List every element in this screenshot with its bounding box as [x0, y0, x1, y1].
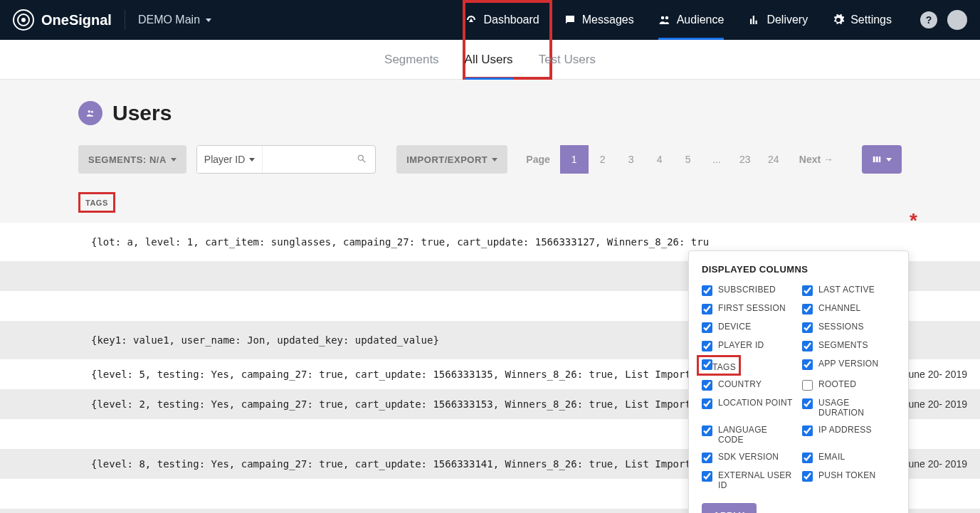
column-checkbox[interactable] — [702, 359, 712, 370]
column-option-external-user-id[interactable]: EXTERNAL USER ID — [702, 470, 795, 490]
search-type-select[interactable]: Player ID — [197, 146, 263, 173]
row-tags: {level: 8, testing: Yes, campaing_27: tr… — [6, 458, 709, 470]
column-option-email[interactable]: EMAIL — [802, 452, 895, 463]
page-5[interactable]: 5 — [674, 145, 702, 174]
column-checkbox[interactable] — [702, 380, 712, 391]
column-option-player-id[interactable]: PLAYER ID — [702, 340, 795, 351]
users-badge-icon — [78, 101, 102, 125]
column-option-device[interactable]: DEVICE — [702, 322, 795, 333]
subnav-all-users[interactable]: All Users — [465, 40, 513, 80]
row-prefix: il — [0, 236, 6, 248]
columns-icon — [872, 154, 882, 164]
column-checkbox[interactable] — [802, 359, 813, 370]
nav-settings[interactable]: Settings — [832, 0, 892, 40]
import-export-button[interactable]: IMPORT/EXPORT — [396, 145, 507, 174]
column-checkbox[interactable] — [702, 341, 712, 351]
column-option-tags[interactable]: TAGS — [702, 359, 795, 372]
nav-messages[interactable]: Messages — [564, 0, 634, 40]
column-option-label: SESSIONS — [818, 322, 864, 332]
page-4[interactable]: 4 — [646, 145, 674, 174]
row-tags: {lot: a, level: 1, cart_item: sunglasses… — [6, 236, 709, 248]
column-option-label: EMAIL — [818, 452, 845, 462]
column-option-label: COUNTRY — [718, 379, 762, 389]
avatar[interactable] — [947, 10, 967, 30]
column-checkbox[interactable] — [802, 398, 813, 409]
column-checkbox[interactable] — [702, 285, 712, 296]
nav-delivery[interactable]: Delivery — [748, 0, 808, 40]
app-selector[interactable]: DEMO Main — [138, 14, 211, 26]
column-checkbox[interactable] — [702, 304, 712, 314]
column-option-location-point[interactable]: LOCATION POINT — [702, 398, 795, 418]
annotation-box-tags-option: TAGS — [697, 355, 741, 376]
column-checkbox[interactable] — [802, 380, 813, 391]
column-option-usage-duration[interactable]: USAGE DURATION — [802, 398, 895, 418]
column-option-first-session[interactable]: FIRST SESSION — [702, 303, 795, 314]
pagination: Page 12345...2324 Next → — [517, 145, 843, 174]
import-export-label: IMPORT/EXPORT — [406, 154, 488, 165]
svg-point-0 — [660, 16, 664, 20]
subnav-test-users[interactable]: Test Users — [539, 40, 596, 80]
column-checkbox[interactable] — [802, 453, 813, 463]
caret-down-icon — [171, 158, 176, 162]
column-checkbox[interactable] — [702, 453, 712, 463]
column-option-label: CHANNEL — [818, 303, 860, 313]
apply-button[interactable]: APPLY — [702, 503, 757, 513]
column-checkbox[interactable] — [802, 341, 813, 351]
column-option-subscribed[interactable]: SUBSCRIBED — [702, 285, 795, 296]
row-tags: {key1: value1, user_name: Jon, updated_k… — [6, 334, 439, 346]
column-option-last-active[interactable]: LAST ACTIVE — [802, 285, 895, 296]
next-button[interactable]: Next → — [789, 154, 843, 165]
page-24[interactable]: 24 — [759, 145, 788, 174]
svg-rect-7 — [876, 157, 878, 162]
row-prefix: 99, android — [0, 458, 6, 470]
nav-audience[interactable]: Audience — [658, 0, 725, 40]
columns-button[interactable] — [862, 145, 902, 174]
column-option-label: PLAYER ID — [718, 340, 764, 350]
column-checkbox[interactable] — [802, 322, 813, 333]
displayed-columns-popover: DISPLAYED COLUMNS SUBSCRIBEDLAST ACTIVEF… — [688, 250, 909, 513]
column-option-label: SDK VERSION — [718, 452, 779, 462]
page-23[interactable]: 23 — [731, 145, 759, 174]
row-tags: {level: 5, testing: Yes, campaing_27: tr… — [6, 369, 709, 380]
column-option-push-token[interactable]: PUSH TOKEN — [802, 470, 895, 490]
column-option-label: LAST ACTIVE — [818, 285, 875, 295]
column-option-rooted[interactable]: ROOTED — [802, 379, 895, 391]
segments-filter-button[interactable]: SEGMENTS: N/A — [78, 145, 186, 174]
page-1[interactable]: 1 — [560, 145, 589, 174]
column-option-channel[interactable]: CHANNEL — [802, 303, 895, 314]
page-...: ... — [702, 145, 731, 174]
search-icon[interactable] — [348, 154, 375, 166]
chat-icon — [564, 14, 576, 26]
brand[interactable]: OneSignal — [13, 9, 112, 31]
column-option-segments[interactable]: SEGMENTS — [802, 340, 895, 351]
column-checkbox[interactable] — [802, 471, 813, 482]
page-3[interactable]: 3 — [617, 145, 646, 174]
column-option-sdk-version[interactable]: SDK VERSION — [702, 452, 795, 463]
column-option-language-code[interactable]: LANGUAGE CODE — [702, 425, 795, 445]
nav-delivery-label: Delivery — [766, 14, 808, 26]
column-option-country[interactable]: COUNTRY — [702, 379, 795, 391]
column-option-app-version[interactable]: APP VERSION — [802, 359, 895, 372]
page-2[interactable]: 2 — [589, 145, 617, 174]
column-option-ip-address[interactable]: IP ADDRESS — [802, 425, 895, 445]
column-checkbox[interactable] — [802, 425, 813, 436]
nav-dashboard[interactable]: Dashboard — [465, 0, 539, 40]
column-checkbox[interactable] — [702, 471, 712, 482]
svg-line-5 — [363, 159, 366, 162]
column-option-sessions[interactable]: SESSIONS — [802, 322, 895, 333]
column-checkbox[interactable] — [802, 304, 813, 314]
column-checkbox[interactable] — [702, 398, 712, 409]
search-wrap: Player ID — [196, 145, 376, 174]
column-option-label: USAGE DURATION — [818, 398, 895, 418]
segments-filter-label: SEGMENTS: N/A — [88, 154, 167, 165]
page-title: Users — [112, 101, 172, 125]
help-icon[interactable]: ? — [920, 11, 937, 28]
column-option-label: EXTERNAL USER ID — [718, 470, 795, 490]
column-checkbox[interactable] — [802, 285, 813, 296]
search-input[interactable] — [263, 146, 348, 173]
search-type-label: Player ID — [204, 154, 246, 165]
toolbar: SEGMENTS: N/A Player ID IMPORT/EXPORT Pa… — [78, 145, 902, 174]
subnav-segments[interactable]: Segments — [384, 40, 439, 80]
column-checkbox[interactable] — [702, 322, 712, 333]
column-checkbox[interactable] — [702, 425, 712, 436]
